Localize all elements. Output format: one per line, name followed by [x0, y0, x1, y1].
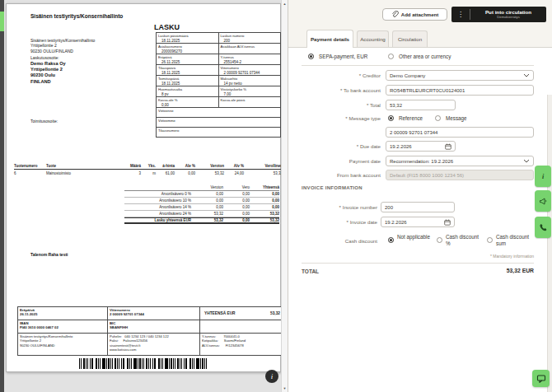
- col-header: Yks.: [141, 164, 156, 168]
- meta-value: 200: [221, 39, 281, 43]
- vat-col-header: Yhteensä: [250, 185, 279, 189]
- phone-icon: [539, 223, 547, 231]
- invoice-date-input[interactable]: 19.2.2026: [381, 217, 455, 227]
- meta-label: Huomautusaika: [158, 87, 218, 91]
- meta-value: 18.11.2025: [158, 71, 218, 75]
- scroll-down-icon[interactable]: ▼: [282, 386, 288, 390]
- meta-label: Kassa-ale päivä: [221, 98, 281, 102]
- announcements-side-button[interactable]: [535, 190, 551, 212]
- creditor-value: Demo Company: [390, 73, 425, 78]
- divider: [302, 65, 534, 66]
- calendar-icon[interactable]: [444, 219, 451, 226]
- invoice-line-items: Tuotenumero Tuote Määrä Yks. á-hinta Ale…: [14, 164, 283, 175]
- meta-value: 18.11.2025: [158, 82, 218, 86]
- message-label: Message: [446, 115, 467, 121]
- meta-label: Toimituspäivä: [158, 77, 218, 81]
- footer-value: 26.11.2025: [20, 312, 37, 316]
- total-row-label: TOTAL: [302, 268, 319, 274]
- circulation-subtitle: Demokierrätys: [497, 16, 520, 20]
- app-window: Sisäinen testiyritys/Konsernihallinto LA…: [0, 0, 552, 392]
- other-currency-radio[interactable]: [388, 54, 394, 59]
- cash-discount-sum-radio[interactable]: [487, 237, 493, 243]
- meta-value: 8 pv: [158, 92, 218, 96]
- more-options-icon[interactable]: ⋮: [451, 7, 470, 22]
- meta-label: Kassa-ale %: [158, 98, 218, 102]
- from-bank-account-label: From bank account: [288, 172, 381, 178]
- meta-value: 7,00: [221, 92, 281, 96]
- invoice-doc-type: LASKU: [154, 23, 180, 31]
- invoice-note: Talenom Raha testi: [30, 252, 68, 257]
- invoice-number-input[interactable]: [381, 202, 455, 212]
- reference-label: Reference: [399, 115, 423, 121]
- panel-scrollbar[interactable]: [547, 95, 552, 392]
- page-info-button[interactable]: i: [265, 370, 278, 383]
- reference-number-input[interactable]: [386, 127, 534, 138]
- total-input[interactable]: [386, 100, 456, 110]
- invoice-page: Sisäinen testiyritys/Konsernihallinto LA…: [6, 3, 281, 372]
- meta-value: 14 pv netto: [221, 82, 281, 86]
- to-bank-account-label: * To bank account: [288, 87, 381, 93]
- billing-line: FINLAND: [30, 79, 66, 85]
- vat-total-row: Lasku yhteensä EUR 53,32 0,00 53,32: [124, 217, 279, 224]
- meta-value: 2551454-2: [221, 60, 281, 64]
- paperclip-icon: [391, 11, 399, 18]
- meta-row: Eräpäivä26.11.2025 Y-tunnus2551454-2: [157, 54, 280, 64]
- total-row-value: 53,32 EUR: [507, 268, 534, 273]
- cash-discount-pct-radio[interactable]: [437, 237, 442, 243]
- add-attachment-button[interactable]: Add attachment: [382, 8, 447, 21]
- collapsed-sidebar[interactable]: [0, 0, 4, 392]
- invoice-form-panel: Add attachment ⋮ Put into circulation De…: [288, 0, 552, 392]
- megaphone-icon: [539, 197, 548, 206]
- tab-payment-details[interactable]: Payment details: [306, 30, 353, 48]
- meta-label: Laskun päivämäärä: [158, 34, 218, 38]
- meta-label: Viitenumero: [221, 66, 281, 70]
- col-header: Alv %: [224, 164, 244, 168]
- sidebar-active-indicator: [0, 12, 4, 31]
- calendar-icon[interactable]: [445, 143, 451, 150]
- from-bank-account-value: Default (FI15 8000 1000 1234 56): [390, 173, 464, 178]
- sender-line: 90230 OULU/FINLAND: [30, 49, 95, 54]
- payment-details-form: SEPA-payment, EUR Other area or currency…: [288, 47, 552, 392]
- invoice-information-section-title: INVOICE INFORMATION: [302, 185, 363, 190]
- message-radio[interactable]: [435, 115, 441, 121]
- meta-row: Huomautusaika8 pv Viivästyskorko %7,00: [157, 86, 280, 96]
- meta-label: Viivästyskorko %: [221, 87, 281, 91]
- item-cell: 61,00: [156, 171, 175, 175]
- payment-date-select[interactable]: Recommendation: 19.2.2026: [386, 156, 534, 166]
- footer-total-label: YHTEENSÄ EUR: [204, 311, 236, 315]
- chevron-down-icon: [523, 73, 530, 77]
- meta-value: 0,00: [158, 103, 218, 107]
- col-header: Veroton: [195, 164, 224, 168]
- reference-radio[interactable]: [388, 115, 394, 121]
- info-side-button[interactable]: i: [535, 166, 551, 187]
- other-currency-label: Other area or currency: [399, 54, 451, 59]
- item-cell: 53,32: [244, 171, 283, 175]
- put-into-circulation-button[interactable]: ⋮ Put into circulation Demokierrätys: [451, 7, 546, 22]
- viewer-scrollbar[interactable]: ▲ ▼: [281, 0, 288, 392]
- delivery-address-label: Toimitusosoite:: [30, 119, 58, 124]
- scroll-up-icon[interactable]: ▲: [282, 2, 288, 6]
- invoice-sender-address: Sisäinen testiyritys/Konsernihallinto Yr…: [30, 38, 95, 54]
- line-items-header: Tuotenumero Tuote Määrä Yks. á-hinta Ale…: [14, 164, 283, 170]
- meta-row: Asiakasnumero2000096270 Asiakkaan ALV-tu…: [157, 43, 280, 54]
- tab-accounting[interactable]: Accounting: [357, 30, 389, 47]
- to-bank-account-input[interactable]: [386, 85, 534, 96]
- vat-row: Arvonlisävero 10 % 0,00 0,00 0,00: [124, 198, 279, 204]
- tab-circulation[interactable]: Circulation: [392, 30, 428, 47]
- add-attachment-label: Add attachment: [401, 12, 438, 17]
- footer-row: IBANFI40 3610 0000 0467 02 BICSBANFIHH: [18, 320, 284, 333]
- sepa-payment-radio[interactable]: [308, 54, 314, 59]
- footer-row: Sisäinen testiyritys/KonsernihallintoYrt…: [18, 333, 284, 355]
- col-header: Määrä: [122, 164, 141, 168]
- due-date-input[interactable]: 19.2.2026: [386, 141, 456, 152]
- meta-row: Tilauspäivä18.11.2025 Viitenumero2 00009…: [157, 64, 280, 75]
- chat-button[interactable]: [532, 370, 550, 387]
- footer-registry-block: Y-tunnus: 7000441-0Kotipaikka: Suomi/Fin…: [199, 334, 284, 355]
- info-icon: i: [542, 173, 544, 180]
- invoice-company-title: Sisäinen testiyritys/Konsernihallinto: [30, 13, 123, 19]
- creditor-label: * Creditor: [288, 72, 381, 78]
- meta-value: 26.11.2025: [158, 60, 218, 64]
- phone-support-side-button[interactable]: [535, 217, 551, 238]
- creditor-select[interactable]: Demo Company: [386, 70, 534, 81]
- cash-discount-na-radio[interactable]: [388, 237, 394, 243]
